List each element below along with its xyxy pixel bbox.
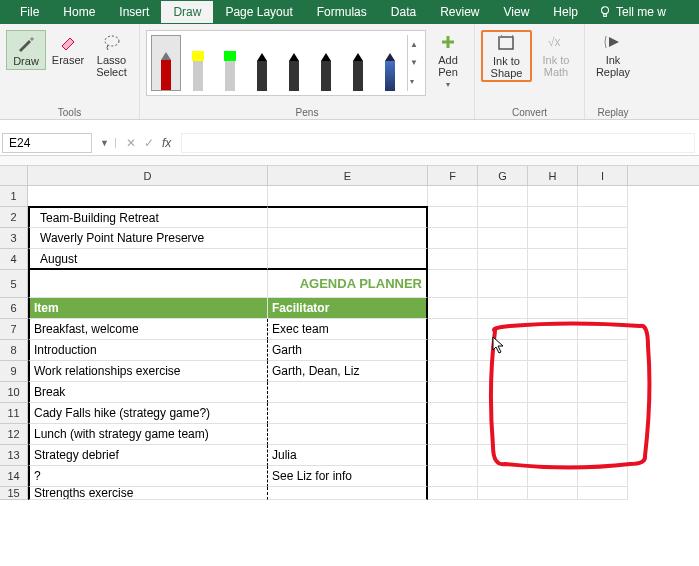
svg-point-0 [602, 7, 609, 14]
cell-text: Strengths exercise [34, 487, 133, 500]
row-header[interactable]: 13 [0, 445, 28, 466]
ribbon: Draw Eraser Lasso Select Tools [0, 24, 699, 120]
cell-text: ? [34, 469, 41, 483]
group-replay-label: Replay [585, 107, 641, 118]
cell-text: Garth [272, 343, 302, 357]
col-header-H[interactable]: H [528, 166, 578, 185]
lightbulb-icon [598, 5, 612, 19]
table-header-item: Item [34, 301, 59, 315]
lasso-select-button[interactable]: Lasso Select [90, 30, 133, 80]
formula-input[interactable] [181, 133, 695, 153]
pen-black-3[interactable] [311, 35, 341, 91]
row-header[interactable]: 9 [0, 361, 28, 382]
enter-icon[interactable]: ✓ [144, 136, 154, 150]
row-header[interactable]: 7 [0, 319, 28, 340]
ink-drawing[interactable] [480, 316, 660, 481]
col-header-D[interactable]: D [28, 166, 268, 185]
tab-formulas[interactable]: Formulas [305, 1, 379, 23]
ink-to-math-button: √x Ink to Math [534, 30, 578, 80]
row-header[interactable]: 6 [0, 298, 28, 319]
pen-gallery[interactable]: ▲▼▾ [146, 30, 426, 96]
select-all-corner[interactable] [0, 166, 28, 186]
agenda-planner-title: AGENDA PLANNER [300, 276, 422, 291]
mouse-cursor [492, 336, 506, 357]
ink-to-shape-button[interactable]: Ink to Shape [481, 30, 532, 82]
pen-red[interactable] [151, 35, 181, 91]
cell-text: See Liz for info [272, 469, 352, 483]
pencil-icon [16, 33, 36, 53]
cell-text: Introduction [34, 343, 97, 357]
cell-text: Break [34, 385, 65, 399]
eraser-button[interactable]: Eraser [48, 30, 88, 68]
add-pen-button[interactable]: Add Pen ▾ [428, 30, 468, 91]
plus-icon [438, 32, 458, 52]
ink-replay-button[interactable]: Ink Replay [591, 30, 635, 80]
row-header[interactable]: 10 [0, 382, 28, 403]
lasso-icon [102, 32, 122, 52]
svg-point-2 [105, 36, 119, 46]
row-header[interactable]: 15 [0, 487, 28, 500]
name-box[interactable]: E24 [2, 133, 92, 153]
table-header-facilitator: Facilitator [272, 301, 329, 315]
cell-text: Garth, Dean, Liz [272, 364, 359, 378]
cell-text: Work relationships exercise [34, 364, 181, 378]
draw-button[interactable]: Draw [6, 30, 46, 70]
tell-me[interactable]: Tell me w [598, 5, 666, 19]
pen-black-1[interactable] [247, 35, 277, 91]
group-pens-label: Pens [140, 107, 474, 118]
row-header[interactable]: 11 [0, 403, 28, 424]
cell-text: August [40, 252, 77, 266]
cell-text: Julia [272, 448, 297, 462]
col-header-F[interactable]: F [428, 166, 478, 185]
tab-help[interactable]: Help [541, 1, 590, 23]
gallery-expand[interactable]: ▲▼▾ [407, 35, 421, 91]
tab-data[interactable]: Data [379, 1, 428, 23]
highlighter-yellow[interactable] [183, 35, 213, 91]
tab-review[interactable]: Review [428, 1, 491, 23]
ribbon-tabs: File Home Insert Draw Page Layout Formul… [0, 0, 699, 24]
fx-icon[interactable]: fx [162, 136, 171, 150]
replay-icon [603, 32, 623, 52]
col-header-E[interactable]: E [268, 166, 428, 185]
formula-bar: E24 ▼ ✕ ✓ fx [0, 130, 699, 156]
col-header-G[interactable]: G [478, 166, 528, 185]
ink-math-icon: √x [546, 32, 566, 52]
col-header-I[interactable]: I [578, 166, 628, 185]
eraser-icon [58, 32, 78, 52]
ink-shape-icon [496, 33, 516, 53]
cell-text: Exec team [272, 322, 329, 336]
cell-text: Team-Building Retreat [40, 211, 159, 225]
group-tools-label: Tools [0, 107, 139, 118]
row-header[interactable]: 4 [0, 249, 28, 270]
highlighter-green[interactable] [215, 35, 245, 91]
tab-draw[interactable]: Draw [161, 1, 213, 23]
row-header[interactable]: 2 [0, 207, 28, 228]
row-header[interactable]: 8 [0, 340, 28, 361]
pen-black-4[interactable] [343, 35, 373, 91]
tab-view[interactable]: View [492, 1, 542, 23]
tab-insert[interactable]: Insert [107, 1, 161, 23]
pen-black-2[interactable] [279, 35, 309, 91]
tab-file[interactable]: File [8, 1, 51, 23]
cell-text: Cady Falls hike (strategy game?) [34, 406, 210, 420]
pen-galaxy[interactable] [375, 35, 405, 91]
cell-text: Strategy debrief [34, 448, 119, 462]
cancel-icon[interactable]: ✕ [126, 136, 136, 150]
row-header[interactable]: 14 [0, 466, 28, 487]
group-convert-label: Convert [475, 107, 584, 118]
svg-rect-1 [604, 14, 607, 17]
tab-page-layout[interactable]: Page Layout [213, 1, 304, 23]
svg-text:√x: √x [548, 35, 561, 49]
cell-text: Lunch (with strategy game team) [34, 427, 209, 441]
cell-text: Waverly Point Nature Preserve [40, 231, 204, 245]
row-header[interactable]: 3 [0, 228, 28, 249]
cell-text: Breakfast, welcome [34, 322, 139, 336]
row-header[interactable]: 5 [0, 270, 28, 298]
tab-home[interactable]: Home [51, 1, 107, 23]
worksheet-grid[interactable]: D E F G H I 1 2Team-Building Retreat 3Wa… [0, 166, 699, 500]
name-box-dropdown[interactable]: ▼ [94, 138, 116, 148]
row-header[interactable]: 12 [0, 424, 28, 445]
svg-rect-3 [499, 37, 513, 49]
row-header[interactable]: 1 [0, 186, 28, 207]
